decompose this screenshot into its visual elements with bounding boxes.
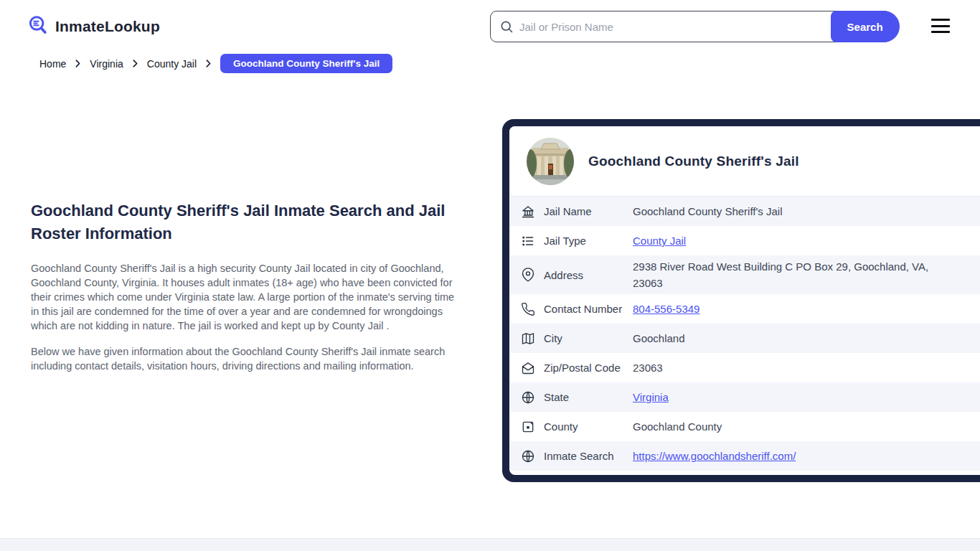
page-title: Goochland County Sheriff's Jail Inmate S…: [31, 199, 461, 245]
jail-info-card: Goochland County Sheriff's Jail Jail Nam…: [502, 119, 980, 482]
bank-icon: [521, 204, 535, 219]
jail-search-form: Search: [490, 11, 899, 42]
article-paragraph: Below we have given information about th…: [31, 344, 461, 373]
jail-photo-avatar: [527, 138, 574, 185]
table-row-state: State Virginia: [509, 382, 980, 412]
row-value: 2938 River Road West Building C PO Box 2…: [633, 258, 948, 291]
footer-strip: [0, 538, 980, 551]
top-header: InmateLookup Search: [0, 0, 980, 53]
row-label: Contact Number: [544, 303, 633, 315]
row-value: 23063: [633, 359, 663, 376]
search-icon: [491, 19, 519, 34]
magnifier-logo-icon: [27, 14, 49, 39]
phone-icon: [521, 302, 535, 316]
page: InmateLookup Search Home Virginia County…: [0, 0, 980, 551]
jail-info-table: Jail Name Goochland County Sheriff's Jai…: [509, 197, 980, 471]
breadcrumb: Home Virginia County Jail Goochland Coun…: [39, 54, 392, 73]
table-row-jail-type: Jail Type County Jail: [509, 226, 980, 255]
jail-type-link[interactable]: County Jail: [633, 232, 686, 249]
row-value: Goochland County: [633, 418, 722, 435]
table-row-zip: Zip/Postal Code 23063: [509, 353, 980, 382]
table-row-inmate-search: Inmate Search https://www.goochlandsheri…: [509, 441, 980, 471]
search-button[interactable]: Search: [831, 11, 900, 42]
site-logo-text: InmateLookup: [55, 18, 160, 35]
map-pin-icon: [521, 268, 535, 282]
contact-number-link[interactable]: 804-556-5349: [633, 301, 699, 317]
row-label: Zip/Postal Code: [544, 362, 633, 374]
table-row-contact-number: Contact Number 804-556-5349: [509, 294, 980, 324]
table-row-city: City Goochland: [509, 324, 980, 353]
row-label: Jail Type: [544, 235, 633, 247]
list-icon: [521, 234, 535, 248]
inmate-search-link[interactable]: https://www.goochlandsheriff.com/: [633, 448, 796, 464]
table-row-jail-name: Jail Name Goochland County Sheriff's Jai…: [509, 197, 980, 226]
chevron-right-icon: [204, 59, 213, 68]
breadcrumb-virginia[interactable]: Virginia: [90, 58, 123, 70]
article-section: Goochland County Sheriff's Jail Inmate S…: [31, 199, 461, 385]
row-label: County: [544, 420, 633, 433]
globe-icon: [521, 390, 535, 405]
row-label: Inmate Search: [544, 450, 633, 462]
map-icon: [521, 331, 535, 346]
search-input[interactable]: [519, 11, 831, 42]
row-label: Jail Name: [544, 205, 633, 217]
card-header: Goochland County Sheriff's Jail: [509, 126, 980, 197]
breadcrumb-current-badge: Goochland County Sheriff's Jail: [220, 54, 392, 73]
county-map-icon: [521, 420, 535, 434]
site-logo[interactable]: InmateLookup: [27, 14, 160, 39]
row-label: City: [544, 332, 633, 344]
breadcrumb-county-jail[interactable]: County Jail: [147, 58, 197, 70]
row-value: Goochland: [633, 330, 685, 347]
row-value: Goochland County Sheriff's Jail: [633, 203, 783, 220]
table-row-address: Address 2938 River Road West Building C …: [509, 255, 980, 294]
globe-icon: [521, 449, 535, 463]
breadcrumb-home[interactable]: Home: [39, 58, 66, 70]
card-title: Goochland County Sheriff's Jail: [588, 154, 799, 169]
menu-hamburger-icon[interactable]: [931, 19, 950, 33]
article-paragraph: Goochland County Sheriff's Jail is a hig…: [31, 261, 461, 333]
chevron-right-icon: [73, 59, 83, 68]
mail-open-icon: [521, 361, 535, 375]
table-row-county: County Goochland County: [509, 412, 980, 441]
row-label: Address: [544, 269, 633, 281]
row-label: State: [544, 391, 633, 403]
state-link[interactable]: Virginia: [633, 389, 669, 405]
chevron-right-icon: [131, 59, 140, 68]
